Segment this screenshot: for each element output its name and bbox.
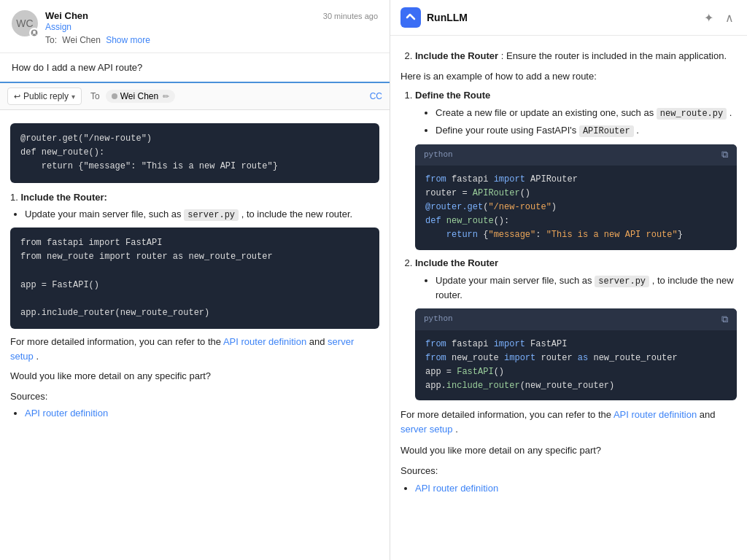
assign-link[interactable]: Assign — [45, 21, 378, 32]
code-lang-1: python — [424, 149, 453, 161]
step1-text1: Create a new file or update an existing … — [436, 107, 654, 118]
sources-label: Sources: — [10, 389, 379, 404]
step1-details: Create a new file or update an existing … — [415, 106, 737, 138]
would-you-like-text: Would you like more detail on any specif… — [10, 369, 379, 384]
step-include-router: Include the Router : Ensure the router i… — [415, 49, 737, 63]
step1-text4: . — [636, 125, 639, 136]
reply-type-button[interactable]: ↩ Public reply ▾ — [7, 88, 82, 105]
email-body-text: How do I add a new API route? — [12, 62, 142, 73]
copy-button-2[interactable]: ⧉ — [721, 314, 728, 325]
include-router-text1: Update your main server file, such as — [25, 209, 182, 219]
step1-text2: . — [729, 107, 732, 118]
to-label: To: — [45, 35, 57, 45]
right-server-link[interactable]: server setup — [400, 424, 453, 435]
copy-icon-1: ⧉ — [721, 149, 728, 160]
recipient-chip: Wei Chen ✏ — [106, 90, 175, 103]
include-router-list: Update your main server file, such as se… — [10, 207, 379, 222]
step1-detail-1: Create a new file or update an existing … — [436, 106, 737, 121]
code-block-1-header: python ⧉ — [415, 144, 737, 166]
step1-detail-2: Define your route using FastAPI's APIRou… — [436, 123, 737, 139]
collapse-button[interactable]: ∧ — [722, 9, 737, 26]
recipient-name: Wei Chen — [120, 91, 158, 101]
include-router-step: Include the Router Update your main serv… — [415, 256, 737, 401]
step2b-text1: Update your main server file, such as — [436, 275, 592, 286]
right-api-link-source[interactable]: API router definition — [415, 483, 498, 494]
reply-content: @router.get("/new-route") def new_route(… — [0, 110, 390, 560]
right-more-info-text1: For more detailed information, you can r… — [400, 409, 611, 420]
right-sources-list: API router definition — [400, 481, 737, 496]
to-name: Wei Chen — [62, 35, 100, 45]
email-header: WC Wei Chen 30 minutes ago Assign — [0, 0, 390, 53]
right-panel-title: RunLLM — [427, 12, 695, 23]
new-route-py-code: new_route.py — [657, 108, 727, 120]
step2b-detail: Update your main server file, such as se… — [436, 273, 737, 303]
right-steps-list: Include the Router : Ensure the router i… — [400, 49, 737, 63]
right-sources-label: Sources: — [400, 464, 737, 478]
step1-text3: Define your route using FastAPI's — [436, 125, 576, 136]
sources-list: API router definition — [10, 406, 379, 421]
sources-api-link[interactable]: API router definition — [25, 408, 108, 419]
reply-toolbar: ↩ Public reply ▾ To Wei Chen ✏ CC — [0, 83, 390, 110]
code-body-2: from fastapi import FastAPI from new_rou… — [415, 330, 737, 401]
code-lang-2: python — [424, 313, 453, 325]
reply-code-block-1: @router.get("/new-route") def new_route(… — [10, 123, 379, 183]
copy-icon-2: ⧉ — [721, 314, 728, 324]
include-router-item: Update your main server file, such as se… — [25, 207, 379, 222]
reply-code-block-2: from fastapi import FastAPI from new_rou… — [10, 228, 379, 329]
email-info: Wei Chen 30 minutes ago Assign To: Wei C… — [45, 10, 378, 45]
email-meta: WC Wei Chen 30 minutes ago Assign — [12, 10, 378, 45]
right-more-info: For more detailed information, you can r… — [400, 408, 737, 437]
chevron-up-icon: ∧ — [725, 12, 734, 24]
define-route-step: Define the Route Create a new file or up… — [415, 88, 737, 249]
more-info-text2: and — [309, 336, 325, 347]
avatar: WC — [12, 10, 38, 36]
right-header: RunLLM ✦ ∧ — [390, 0, 747, 36]
right-panel: RunLLM ✦ ∧ Include the Router : Ensure t… — [390, 0, 747, 560]
more-info-paragraph: For more detailed information, you can r… — [10, 335, 379, 363]
include-router-text2: , to include the new router. — [241, 209, 352, 219]
step2-label: Include the Router — [415, 50, 498, 61]
right-more-info-and: and — [700, 409, 716, 420]
email-time: 30 minutes ago — [323, 12, 378, 20]
include-router-heading: 1. Include the Router: — [10, 190, 379, 205]
step1-label: Define the Route — [415, 90, 490, 101]
cc-button[interactable]: CC — [370, 91, 382, 101]
to-label-reply: To — [90, 91, 100, 101]
api-router-code: APIRouter — [579, 125, 634, 137]
right-more-info-end: . — [455, 424, 458, 435]
avatar-badge — [29, 28, 39, 38]
email-to-row: To: Wei Chen Show more — [45, 35, 378, 45]
recipient-dot — [112, 93, 117, 99]
pin-button[interactable]: ✦ — [701, 9, 716, 26]
svg-point-1 — [33, 31, 36, 34]
show-more-link[interactable]: Show more — [106, 35, 150, 45]
server-py-code: server.py — [184, 209, 239, 221]
dropdown-chevron-icon: ▾ — [71, 93, 75, 101]
step2b-details: Update your main server file, such as se… — [415, 273, 737, 303]
copy-button-1[interactable]: ⧉ — [721, 149, 728, 160]
sources-item-1: API router definition — [25, 406, 379, 421]
example-heading: Here is an example of how to add a new r… — [400, 69, 737, 84]
api-link[interactable]: API router definition — [223, 336, 306, 347]
step2-text: : Ensure the router is included in the m… — [501, 50, 727, 61]
edit-icon[interactable]: ✏ — [163, 92, 169, 101]
reply-type-label: Public reply — [23, 91, 69, 101]
right-content: Include the Router : Ensure the router i… — [390, 36, 747, 560]
header-actions: ✦ ∧ — [701, 9, 737, 26]
reply-arrow-icon: ↩ — [14, 92, 20, 101]
code-body-1: from fastapi import APIRouter router = A… — [415, 166, 737, 250]
server-py-right: server.py — [595, 276, 649, 287]
left-panel: WC Wei Chen 30 minutes ago Assign — [0, 0, 390, 560]
pin-icon: ✦ — [704, 12, 713, 24]
sender-name: Wei Chen — [45, 10, 88, 21]
code-block-2-header: python ⧉ — [415, 308, 737, 330]
right-api-link[interactable]: API router definition — [614, 409, 697, 420]
right-sources-item-1: API router definition — [415, 481, 737, 496]
example-steps-list: Define the Route Create a new file or up… — [400, 88, 737, 400]
email-body: How do I add a new API route? — [0, 53, 390, 82]
step2b-label: Include the Router — [415, 257, 498, 268]
reply-area: ↩ Public reply ▾ To Wei Chen ✏ CC @route… — [0, 82, 390, 560]
more-info-text3: . — [36, 351, 39, 362]
right-code-block-1: python ⧉ from fastapi import APIRouter r… — [415, 144, 737, 250]
right-would-you-like: Would you like more detail on any specif… — [400, 443, 737, 458]
